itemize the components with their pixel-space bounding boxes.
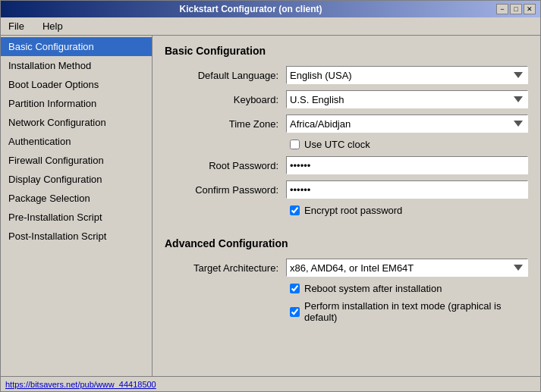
sidebar-item-authentication[interactable]: Authentication bbox=[1, 132, 152, 151]
keyboard-row: Keyboard: U.S. English U.S. Internationa… bbox=[165, 90, 528, 108]
root-password-input[interactable] bbox=[286, 156, 528, 174]
reboot-checkbox[interactable] bbox=[290, 284, 300, 293]
timezone-row: Time Zone: Africa/Abidjan America/New_Yo… bbox=[165, 114, 528, 133]
sidebar-item-package-selection[interactable]: Package Selection bbox=[1, 189, 152, 208]
root-password-label: Root Password: bbox=[165, 160, 286, 171]
content-area: Basic Configuration Installation Method … bbox=[1, 36, 540, 376]
sidebar-item-basic-configuration[interactable]: Basic Configuration bbox=[1, 37, 152, 56]
encrypt-password-checkbox[interactable] bbox=[290, 205, 300, 215]
target-arch-row: Target Architecture: x86, AMD64, or Inte… bbox=[165, 259, 528, 277]
utc-clock-label: Use UTC clock bbox=[304, 139, 370, 150]
sidebar-item-pre-installation-script[interactable]: Pre-Installation Script bbox=[1, 208, 152, 227]
sidebar-item-firewall-configuration[interactable]: Firewall Configuration bbox=[1, 151, 152, 170]
timezone-label: Time Zone: bbox=[165, 118, 286, 130]
sidebar: Basic Configuration Installation Method … bbox=[1, 36, 153, 376]
sidebar-item-network-configuration[interactable]: Network Configuration bbox=[1, 113, 152, 132]
default-language-control: English (USA) English (UK) French German… bbox=[286, 66, 528, 84]
confirm-password-input[interactable] bbox=[286, 180, 528, 199]
reboot-row: Reboot system after installation bbox=[165, 283, 528, 294]
title-bar: Kickstart Configurator (on client) − □ ✕ bbox=[1, 1, 540, 17]
text-mode-row: Perform installation in text mode (graph… bbox=[165, 300, 528, 323]
target-arch-label: Target Architecture: bbox=[165, 262, 286, 274]
window-title: Kickstart Configurator (on client) bbox=[5, 4, 496, 14]
sidebar-item-boot-loader-options[interactable]: Boot Loader Options bbox=[1, 75, 152, 94]
main-panel: Basic Configuration Default Language: En… bbox=[153, 36, 540, 376]
menu-help[interactable]: Help bbox=[39, 20, 66, 33]
close-button[interactable]: ✕ bbox=[524, 4, 536, 14]
maximize-button[interactable]: □ bbox=[510, 4, 522, 14]
utc-clock-row: Use UTC clock bbox=[165, 139, 528, 150]
window-controls: − □ ✕ bbox=[496, 4, 536, 14]
default-language-row: Default Language: English (USA) English … bbox=[165, 66, 528, 84]
minimize-button[interactable]: − bbox=[496, 4, 508, 14]
timezone-select[interactable]: Africa/Abidjan America/New_York America/… bbox=[286, 114, 528, 133]
timezone-control: Africa/Abidjan America/New_York America/… bbox=[286, 114, 528, 133]
menu-bar: File Help bbox=[1, 17, 540, 36]
text-mode-label: Perform installation in text mode (graph… bbox=[304, 300, 528, 323]
reboot-label: Reboot system after installation bbox=[304, 283, 442, 294]
encrypt-password-label: Encrypt root password bbox=[304, 205, 402, 216]
text-mode-checkbox[interactable] bbox=[290, 307, 300, 317]
root-password-row: Root Password: bbox=[165, 156, 528, 174]
status-url[interactable]: https://bitsavers.net/pub/www_44418500 bbox=[5, 380, 156, 389]
sidebar-item-installation-method[interactable]: Installation Method bbox=[1, 56, 152, 75]
root-password-control bbox=[286, 156, 528, 174]
target-arch-select[interactable]: x86, AMD64, or Intel EM64T ia64 s390 s39… bbox=[286, 259, 528, 277]
keyboard-control: U.S. English U.S. International UK Frenc… bbox=[286, 90, 528, 108]
sidebar-item-post-installation-script[interactable]: Post-Installation Script bbox=[1, 227, 152, 246]
confirm-password-label: Confirm Password: bbox=[165, 184, 286, 196]
confirm-password-control bbox=[286, 180, 528, 199]
basic-config-title: Basic Configuration bbox=[165, 45, 528, 57]
menu-file[interactable]: File bbox=[5, 20, 27, 33]
utc-clock-checkbox[interactable] bbox=[290, 140, 300, 149]
advanced-config-title: Advanced Configuration bbox=[165, 237, 528, 249]
status-bar: https://bitsavers.net/pub/www_44418500 bbox=[1, 376, 540, 391]
app-window: Kickstart Configurator (on client) − □ ✕… bbox=[0, 0, 541, 392]
target-arch-control: x86, AMD64, or Intel EM64T ia64 s390 s39… bbox=[286, 259, 528, 277]
default-language-label: Default Language: bbox=[165, 70, 286, 81]
default-language-select[interactable]: English (USA) English (UK) French German… bbox=[286, 66, 528, 84]
section-separator bbox=[165, 222, 528, 231]
sidebar-item-partition-information[interactable]: Partition Information bbox=[1, 94, 152, 113]
encrypt-password-row: Encrypt root password bbox=[165, 205, 528, 216]
confirm-password-row: Confirm Password: bbox=[165, 180, 528, 199]
keyboard-select[interactable]: U.S. English U.S. International UK Frenc… bbox=[286, 90, 528, 108]
sidebar-item-display-configuration[interactable]: Display Configuration bbox=[1, 170, 152, 189]
keyboard-label: Keyboard: bbox=[165, 94, 286, 105]
